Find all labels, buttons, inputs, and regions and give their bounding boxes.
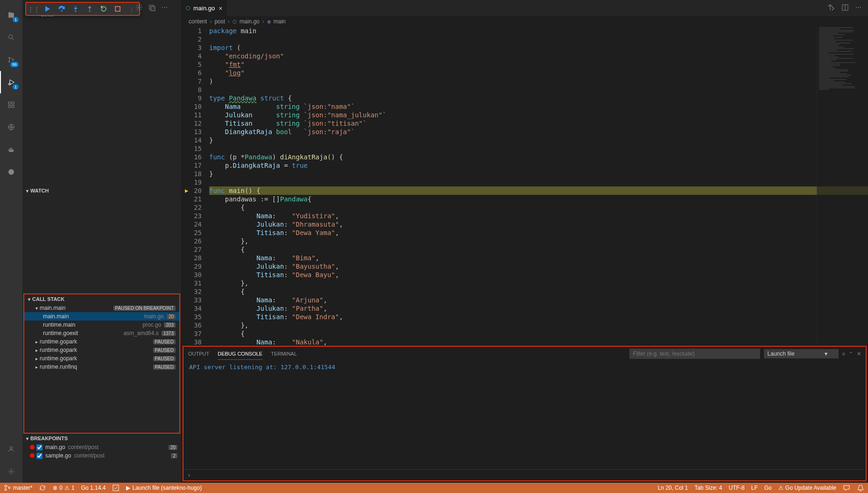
settings-icon[interactable] (0, 460, 22, 483)
docker-icon[interactable] (0, 138, 22, 161)
tab-output[interactable]: OUTPUT (188, 348, 209, 359)
go-update-status[interactable]: ⚠ Go Update Available (778, 484, 836, 492)
code-line[interactable]: Nama: "Yudistira", (209, 212, 868, 220)
code-line[interactable]: }, (209, 321, 868, 329)
code-editor[interactable]: 12345678910111213141516171819▶2021222324… (181, 27, 868, 346)
code-line[interactable]: Titisan: "Dewa Indra", (209, 313, 868, 321)
code-line[interactable]: type Pandawa struct { (209, 94, 868, 102)
code-line[interactable]: }, (209, 279, 868, 287)
feedback-icon[interactable] (843, 484, 850, 492)
callstack-thread[interactable]: ▾ main.main PAUSED ON BREAKPOINT (24, 304, 179, 312)
tab-main-go[interactable]: ⬡ main.go × (181, 0, 227, 16)
code-line[interactable]: { (209, 287, 868, 296)
code-line[interactable]: ) (209, 77, 868, 86)
breakpoint-checkbox[interactable] (36, 444, 42, 450)
code-line[interactable]: "log" (209, 69, 868, 77)
code-line[interactable]: Julukan: "Dhramasuta", (209, 220, 868, 229)
code-line[interactable]: Julukan string `json:"nama_julukan"` (209, 111, 868, 119)
debug-console-input[interactable]: › (183, 469, 866, 480)
code-line[interactable]: "fmt" (209, 60, 868, 69)
breakpoint-checkbox[interactable] (36, 453, 42, 459)
analysis-icon[interactable] (112, 484, 120, 492)
step-into-button[interactable] (71, 4, 80, 14)
code-line[interactable]: { (209, 329, 868, 338)
code-line[interactable]: Nama string `json:"nama"` (209, 102, 868, 111)
callstack-frame[interactable]: runtime.mainproc.go203 (24, 321, 179, 329)
code-line[interactable]: import ( (209, 43, 868, 52)
callstack-thread-collapsed[interactable]: ▸runtime.goparkPAUSED (24, 337, 179, 346)
filter-input[interactable] (629, 349, 760, 359)
code-line[interactable] (209, 178, 868, 186)
breadcrumb-func[interactable]: main (274, 18, 286, 25)
code-line[interactable]: func main() { (209, 186, 868, 195)
minimap[interactable] (817, 27, 868, 346)
branch-status[interactable]: master* (4, 484, 32, 492)
breakpoint-row[interactable]: sample.gocontent/post2 (22, 451, 181, 460)
account-icon[interactable] (0, 438, 22, 460)
step-out-button[interactable] (85, 4, 94, 14)
panel-filter-icon[interactable]: ≡ (842, 351, 845, 357)
eol-status[interactable]: LF (751, 484, 758, 492)
notifications-icon[interactable] (857, 484, 864, 492)
gear-icon[interactable] (135, 4, 143, 13)
step-over-button[interactable] (57, 4, 66, 14)
breadcrumb-file[interactable]: main.go (240, 18, 260, 25)
code-line[interactable]: { (209, 245, 868, 254)
breadcrumb-post[interactable]: post (214, 18, 225, 25)
callstack-frame[interactable]: main.mainmain.go20 (24, 312, 179, 321)
code-line[interactable]: Julukan: "Bayusutha", (209, 262, 868, 271)
explorer-icon[interactable]: 1 (0, 4, 22, 26)
panel-close-icon[interactable]: ✕ (857, 351, 861, 357)
toolbar-grip-icon[interactable]: ⋮⋮ (29, 4, 38, 14)
debug-config-status[interactable]: ▶ Launch file (santekno-hugo) (126, 485, 202, 491)
code-line[interactable]: Titisan: "Dewa Bayu", (209, 271, 868, 279)
more-actions-icon[interactable]: ⋯ (855, 4, 861, 13)
code-line[interactable]: Titisan: "Dewa Yama", (209, 229, 868, 237)
code-line[interactable]: func (p *Pandawa) diAngkatRaja() { (209, 153, 868, 161)
spotify-icon[interactable] (0, 161, 22, 183)
watch-section-header[interactable]: ▾WATCH (22, 186, 181, 195)
code-line[interactable] (209, 86, 868, 94)
launch-select[interactable]: Launch file ▾ (764, 349, 839, 358)
code-line[interactable]: Nama: "Arjuna", (209, 296, 868, 304)
callstack-thread-collapsed[interactable]: ▸runtime.goparkPAUSED (24, 346, 179, 354)
callstack-thread-collapsed[interactable]: ▸runtime.runfinqPAUSED (24, 363, 179, 371)
tab-terminal[interactable]: TERMINAL (271, 348, 297, 359)
code-line[interactable]: package main (209, 27, 868, 35)
remote-icon[interactable] (0, 116, 22, 138)
continue-button[interactable] (43, 4, 52, 14)
code-line[interactable]: }, (209, 237, 868, 245)
debug-icon[interactable]: 1 (0, 71, 22, 93)
panel-maximize-icon[interactable]: ⌃ (849, 351, 853, 357)
restart-button[interactable] (99, 4, 108, 14)
split-editor-icon[interactable] (841, 4, 849, 13)
sync-status[interactable] (39, 484, 46, 492)
open-editors-icon[interactable] (148, 4, 156, 13)
code-line[interactable]: Titisan string `json:"titisan"` (209, 119, 868, 128)
go-version-status[interactable]: Go 1.14.4 (81, 485, 106, 491)
breakpoints-section-header[interactable]: ▾BREAKPOINTS (22, 434, 181, 443)
code-line[interactable]: { (209, 203, 868, 212)
code-line[interactable]: p.DiangkatRaja = true (209, 161, 868, 170)
code-line[interactable]: "encoding/json" (209, 52, 868, 60)
code-line[interactable]: } (209, 136, 868, 144)
code-line[interactable] (209, 144, 868, 153)
more-icon[interactable]: ⋯ (162, 4, 168, 13)
code-line[interactable]: pandawas := []Pandawa{ (209, 195, 868, 203)
code-line[interactable] (209, 35, 868, 43)
problems-status[interactable]: ⊗ 0 ⚠ 1 (53, 485, 74, 491)
cursor-position[interactable]: Ln 20, Col 1 (658, 484, 688, 492)
extensions-icon[interactable] (0, 93, 22, 116)
code-line[interactable]: Nama: "Bima", (209, 254, 868, 262)
language-status[interactable]: Go (764, 484, 772, 492)
tab-debug-console[interactable]: DEBUG CONSOLE (218, 348, 262, 360)
compare-icon[interactable] (827, 4, 835, 13)
debug-toolbar[interactable]: ⋮⋮ | (25, 2, 140, 16)
code-line[interactable]: DiangkatRaja bool `json:"raja"` (209, 128, 868, 136)
close-tab-icon[interactable]: × (219, 5, 222, 12)
tab-size-status[interactable]: Tab Size: 4 (694, 484, 722, 492)
breadcrumb[interactable]: content› post› ⬡main.go› ⊕main (181, 16, 868, 27)
encoding-status[interactable]: UTF-8 (729, 484, 745, 492)
code-line[interactable]: Nama: "Nakula", (209, 338, 868, 346)
breakpoint-row[interactable]: main.gocontent/post20 (22, 443, 181, 451)
